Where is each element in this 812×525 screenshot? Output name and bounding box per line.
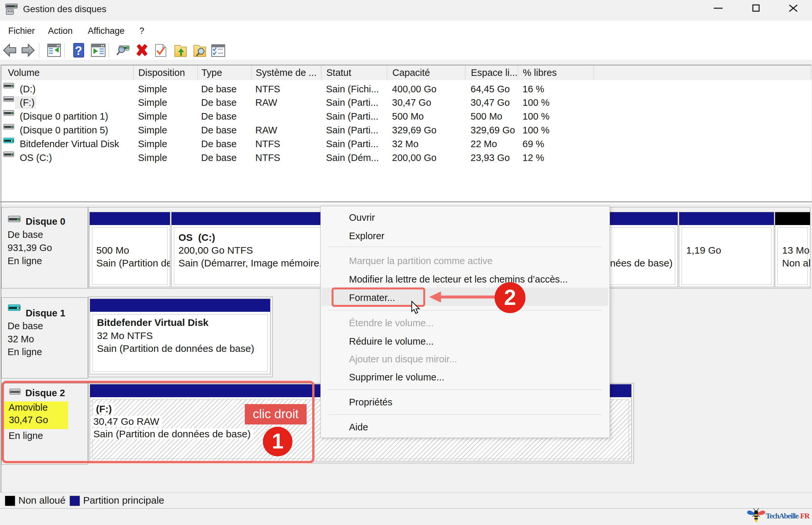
svg-text:?: ? [75,44,82,58]
